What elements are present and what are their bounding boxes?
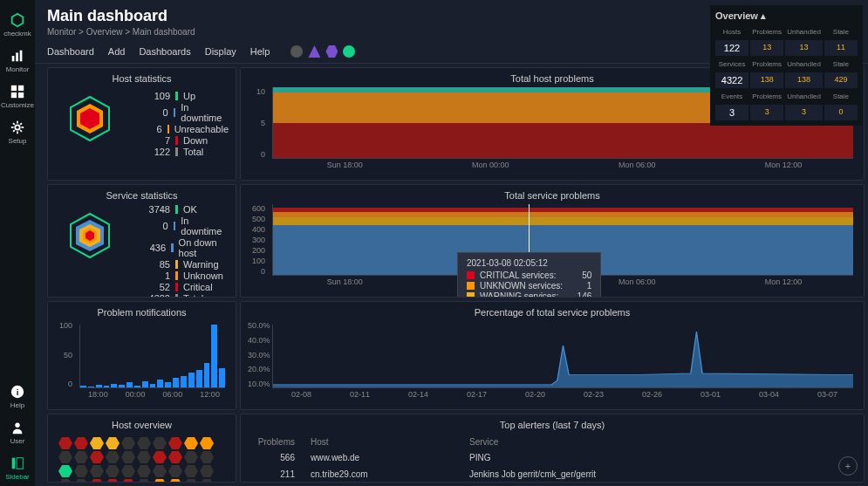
host-hex[interactable] [106,465,120,477]
nav-help[interactable]: i Help [0,379,35,414]
host-hex[interactable] [106,479,120,483]
host-hex[interactable] [200,451,214,463]
hex-icon[interactable] [325,45,338,58]
host-hex[interactable] [137,479,151,483]
nav-user[interactable]: User [0,414,35,450]
notification-bar[interactable] [165,382,171,387]
stat-row[interactable]: 0In downtime [142,216,229,236]
overview-value[interactable]: 138 [785,72,823,88]
status-icon[interactable] [290,45,303,58]
nav-customize[interactable]: Customize [0,79,35,114]
stat-row[interactable]: 109Up [142,91,229,101]
host-hex[interactable] [137,465,151,477]
host-hex[interactable] [58,465,72,477]
host-hex[interactable] [121,451,135,463]
host-hex[interactable] [153,451,167,463]
notification-bar[interactable] [211,325,217,387]
stat-row[interactable]: 3748OK [142,204,229,215]
host-hex[interactable] [74,451,88,463]
host-hex[interactable] [137,437,151,449]
notification-bar[interactable] [150,384,156,387]
stat-row[interactable]: 0In downtime [142,102,229,123]
host-hex[interactable] [168,451,182,463]
overview-value[interactable]: 3 [715,105,748,120]
stat-row[interactable]: 436On down host [142,237,229,258]
overview-value[interactable]: 13 [785,40,823,56]
host-hex[interactable] [90,437,104,449]
host-hex[interactable] [200,465,214,477]
overview-value[interactable]: 429 [824,72,858,88]
stat-row[interactable]: 52Critical [142,282,229,292]
host-hex[interactable] [184,437,198,449]
notification-bar[interactable] [104,386,110,387]
nav-sidebar-toggle[interactable]: Sidebar [0,450,35,486]
nav-monitor[interactable]: Monitor [0,43,35,79]
notification-bar[interactable] [196,370,202,387]
menu-help[interactable]: Help [250,46,270,57]
stat-row[interactable]: 1Unknown [142,270,229,281]
table-row[interactable]: 566www.web.dePING [249,450,855,465]
host-hex[interactable] [58,479,72,483]
notification-bar[interactable] [188,373,195,387]
host-hex[interactable] [74,437,88,449]
overview-value[interactable]: 0 [824,105,858,120]
host-hex[interactable] [106,451,120,463]
menu-display[interactable]: Display [205,46,236,57]
host-hex[interactable] [58,451,72,463]
host-hex[interactable] [90,465,104,477]
host-hex[interactable] [74,465,88,477]
host-hex[interactable] [121,479,135,483]
menu-dashboards[interactable]: Dashboards [139,46,190,57]
host-hex[interactable] [137,451,151,463]
stat-row[interactable]: 85Warning [142,259,229,270]
notification-bar[interactable] [157,380,163,387]
host-hex[interactable] [153,437,167,449]
add-dashlet-button[interactable]: + [838,456,858,476]
host-hex[interactable] [106,437,120,449]
menu-dashboard[interactable]: Dashboard [47,46,94,57]
notification-bar[interactable] [96,385,102,387]
notification-bar[interactable] [134,386,140,387]
notification-bar[interactable] [119,385,125,387]
overview-value[interactable]: 138 [750,72,783,88]
host-hex[interactable] [121,437,135,449]
notification-bar[interactable] [181,376,187,387]
host-hex[interactable] [184,465,198,477]
overview-title[interactable]: Overview ▴ [715,10,858,22]
host-hex[interactable] [153,465,167,477]
host-hex[interactable] [168,479,182,483]
stat-row[interactable]: 6Unreachable [142,124,229,134]
green-icon[interactable] [343,45,355,58]
host-hex[interactable] [90,479,104,483]
host-hex[interactable] [74,479,88,483]
host-hex[interactable] [153,479,167,483]
stat-row[interactable]: 4322Total [142,293,229,298]
nav-setup[interactable]: Setup [0,114,35,150]
host-hex[interactable] [184,479,198,483]
host-hex[interactable] [200,479,214,483]
overview-value[interactable]: 3 [785,105,823,120]
alert-icon[interactable] [308,45,320,58]
notification-bar[interactable] [88,387,94,387]
host-hex[interactable] [184,451,198,463]
notification-bar[interactable] [173,378,179,387]
overview-value[interactable]: 11 [824,40,858,56]
overview-value[interactable]: 13 [750,40,783,56]
host-hex[interactable] [200,437,214,449]
table-row[interactable]: 211cn.tribe29.comJenkins Job gerrit/cmk_… [249,467,855,482]
notification-bar[interactable] [80,386,86,387]
notification-bar[interactable] [142,381,148,387]
host-hex[interactable] [121,465,135,477]
menu-add[interactable]: Add [108,46,126,57]
overview-value[interactable]: 122 [715,40,748,56]
host-hex[interactable] [58,437,72,449]
stat-row[interactable]: 122Total [142,147,229,157]
stat-row[interactable]: 7Down [142,135,229,146]
host-hex[interactable] [168,437,182,449]
overview-value[interactable]: 4322 [715,72,748,88]
notification-bar[interactable] [111,384,117,387]
overview-value[interactable]: 3 [750,105,783,120]
notification-bar[interactable] [219,368,225,387]
logo[interactable]: checkmk [0,7,35,43]
notification-bar[interactable] [126,382,133,387]
